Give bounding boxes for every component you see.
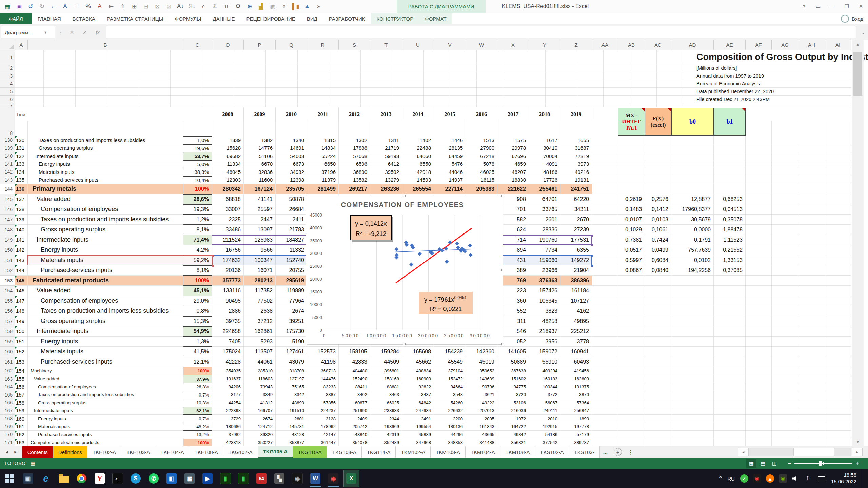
extra-value-cell[interactable] — [714, 184, 746, 194]
row-number[interactable]: 159 — [0, 337, 15, 347]
value-cell[interactable]: 180136 — [434, 423, 466, 431]
cell[interactable] — [234, 88, 266, 96]
cell[interactable] — [477, 72, 503, 80]
value-cell[interactable]: 26135 — [434, 144, 466, 152]
value-cell[interactable]: 90495 — [212, 296, 244, 306]
value-cell[interactable]: 6412 — [370, 160, 402, 168]
cell[interactable] — [825, 194, 851, 204]
monitor-green-2-icon[interactable]: ▮ — [236, 470, 251, 487]
row-label-cell[interactable]: Value added — [28, 194, 183, 204]
cell[interactable] — [746, 160, 772, 168]
value-cell[interactable]: 14593 — [402, 176, 434, 184]
value-cell[interactable]: 16830 — [497, 176, 529, 184]
font-underline-icon[interactable]: A — [60, 1, 71, 12]
cell[interactable] — [825, 276, 851, 286]
cell[interactable] — [746, 152, 772, 160]
value-cell[interactable]: 41141 — [244, 194, 276, 204]
cell[interactable] — [746, 391, 772, 399]
cell[interactable] — [746, 255, 772, 265]
cell[interactable] — [825, 152, 851, 160]
value-cell[interactable]: 60493 — [560, 357, 592, 367]
value-cell[interactable]: 15628 — [212, 144, 244, 152]
percent-cell[interactable]: 37,9% — [183, 375, 212, 383]
value-cell[interactable]: 3956 — [529, 337, 560, 347]
year-header[interactable]: 2018 — [529, 107, 560, 121]
column-header-AI[interactable]: AI — [825, 40, 851, 50]
cell[interactable] — [546, 80, 577, 88]
help-icon[interactable]: ? — [797, 0, 811, 13]
cell[interactable] — [76, 72, 107, 80]
line-number-cell[interactable]: 147 — [15, 296, 28, 306]
cell[interactable] — [477, 96, 503, 103]
row-number[interactable]: 152 — [0, 265, 15, 276]
cell[interactable] — [798, 391, 825, 399]
row-label-cell[interactable]: Materials inputs — [28, 255, 183, 265]
value-cell[interactable]: 3342 — [276, 391, 307, 399]
cell[interactable] — [234, 72, 266, 80]
cell[interactable] — [772, 204, 798, 215]
cell[interactable] — [798, 176, 825, 184]
merged-text-cell[interactable] — [683, 103, 851, 107]
action-center-flag-icon[interactable]: ⚐ — [805, 474, 813, 483]
cell[interactable] — [44, 96, 76, 103]
row-number[interactable]: 148 — [0, 225, 15, 235]
format-painter-icon[interactable]: A — [94, 1, 105, 12]
line-number-cell[interactable]: 149 — [15, 316, 28, 326]
value-cell[interactable]: 33765 — [529, 204, 560, 215]
cell[interactable] — [15, 64, 44, 72]
cell[interactable] — [361, 88, 392, 96]
extra-value-cell[interactable]: 0,35078 — [714, 215, 746, 225]
year-header[interactable]: 2013 — [370, 107, 402, 121]
show-desktop-button[interactable] — [862, 469, 865, 488]
cell[interactable] — [825, 225, 851, 235]
cell[interactable] — [76, 50, 107, 64]
value-cell[interactable]: 356321 — [497, 439, 529, 447]
cell[interactable] — [630, 64, 657, 72]
value-cell[interactable]: 6673 — [276, 160, 307, 168]
cell[interactable] — [244, 121, 276, 136]
cell[interactable] — [392, 80, 424, 88]
chart-selection-handle[interactable] — [403, 343, 406, 345]
cell[interactable] — [76, 64, 107, 72]
value-cell[interactable]: 3402 — [339, 391, 370, 399]
cell[interactable] — [266, 88, 298, 96]
value-cell[interactable]: 28336 — [529, 225, 560, 235]
cell[interactable] — [825, 168, 851, 176]
cell[interactable] — [798, 160, 825, 168]
percent-cell[interactable]: 15,3% — [183, 316, 212, 326]
value-cell[interactable]: 347968 — [402, 439, 434, 447]
line-number-cell[interactable]: 133 — [15, 160, 28, 168]
value-cell[interactable]: 21719 — [370, 144, 402, 152]
value-cell[interactable]: 159060 — [529, 255, 560, 265]
extra-value-cell[interactable]: 1,88478 — [714, 225, 746, 235]
extra-value-cell[interactable] — [671, 337, 714, 347]
value-cell[interactable]: 175024 — [212, 347, 244, 357]
value-cell[interactable]: 265554 — [402, 184, 434, 194]
contextual-tab-конструктор[interactable]: КОНСТРУКТОР — [371, 13, 419, 24]
cell[interactable] — [392, 88, 424, 96]
extra-value-cell[interactable] — [671, 176, 714, 184]
value-cell[interactable]: 42228 — [212, 357, 244, 367]
value-cell[interactable]: 55910 — [529, 357, 560, 367]
value-cell[interactable]: 26684 — [276, 204, 307, 215]
value-cell[interactable]: 191510 — [276, 407, 307, 415]
scroll-down-icon[interactable]: ▼ — [852, 437, 864, 446]
extra-value-cell[interactable] — [671, 326, 714, 337]
find-select-icon[interactable]: ⌕ — [198, 1, 209, 12]
macro-record-icon[interactable]: ▦ — [31, 461, 35, 466]
year-header[interactable]: 2011 — [307, 107, 339, 121]
cell[interactable] — [592, 399, 618, 407]
cell[interactable] — [546, 96, 577, 103]
cell[interactable] — [746, 144, 772, 152]
extra-value-cell[interactable] — [671, 439, 714, 447]
sheet-tab-tke103-a[interactable]: TKE103-A — [121, 446, 155, 458]
column-header-R[interactable]: R — [307, 40, 339, 50]
cell[interactable] — [772, 383, 798, 391]
row-number[interactable]: 150 — [0, 245, 15, 255]
cell[interactable] — [361, 103, 392, 107]
extra-value-cell[interactable] — [618, 176, 645, 184]
cell[interactable] — [825, 399, 851, 407]
row-number[interactable]: 155 — [0, 296, 15, 306]
extra-value-cell[interactable] — [618, 144, 645, 152]
value-cell[interactable]: 44254 — [212, 399, 244, 407]
